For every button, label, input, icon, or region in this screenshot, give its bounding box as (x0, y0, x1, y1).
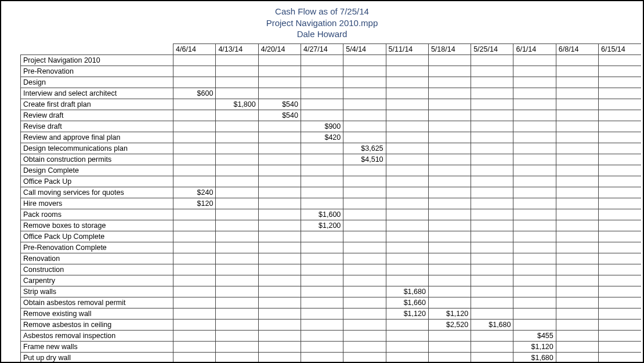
value-cell (216, 341, 258, 352)
value-cell (428, 99, 471, 110)
value-cell (513, 154, 556, 165)
value-cell (301, 154, 343, 165)
task-label: Remove existing wall (21, 308, 173, 319)
value-cell (258, 319, 301, 330)
value-cell (513, 176, 556, 187)
column-header: 5/25/14 (471, 43, 513, 55)
value-cell (556, 330, 598, 341)
task-label: Revise draft (21, 121, 173, 132)
value-cell (301, 308, 343, 319)
value-cell (428, 121, 471, 132)
value-cell (556, 143, 598, 154)
value-cell (428, 341, 471, 352)
value-cell (556, 187, 598, 198)
value-cell (216, 242, 258, 253)
value-cell (301, 242, 343, 253)
value-cell (301, 341, 343, 352)
value-cell (173, 297, 216, 308)
value-cell (173, 352, 216, 363)
value-cell (513, 187, 556, 198)
value-cell (343, 66, 386, 77)
value-cell (343, 55, 386, 66)
value-cell (599, 198, 641, 209)
value-cell (343, 330, 386, 341)
value-cell (471, 165, 513, 176)
value-cell: $900 (301, 121, 343, 132)
value-cell (599, 110, 641, 121)
table-row: Obtain construction permits$4,510 (21, 154, 642, 165)
value-cell (216, 319, 258, 330)
value-cell (556, 88, 598, 99)
value-cell (428, 154, 471, 165)
value-cell (301, 319, 343, 330)
value-cell (173, 66, 216, 77)
value-cell (258, 132, 301, 143)
value-cell (386, 154, 428, 165)
table-row: Frame new walls$1,120 (21, 341, 642, 352)
value-cell (428, 198, 471, 209)
column-header: 5/11/14 (386, 43, 428, 55)
value-cell (471, 275, 513, 286)
value-cell (428, 88, 471, 99)
value-cell (216, 110, 258, 121)
value-cell (513, 209, 556, 220)
value-cell (216, 352, 258, 363)
value-cell (599, 253, 641, 264)
value-cell (173, 154, 216, 165)
header-line-1: Cash Flow as of 7/25/14 (1, 6, 643, 17)
value-cell (556, 275, 598, 286)
table-row: Interview and select architect$600 (21, 88, 642, 99)
task-label: Review and approve final plan (21, 132, 173, 143)
header-line-2: Project Navigation 2010.mpp (1, 17, 643, 29)
value-cell (599, 275, 641, 286)
value-cell (428, 187, 471, 198)
value-cell (173, 242, 216, 253)
value-cell (513, 88, 556, 99)
value-cell (556, 297, 598, 308)
value-cell (343, 275, 386, 286)
value-cell (599, 66, 641, 77)
value-cell (173, 77, 216, 88)
value-cell (556, 209, 598, 220)
value-cell: $120 (173, 198, 216, 209)
task-label: Construction (21, 264, 173, 275)
value-cell (343, 220, 386, 231)
value-cell (428, 275, 471, 286)
value-cell (428, 77, 471, 88)
table-row: Remove boxes to storage$1,200 (21, 220, 642, 231)
value-cell (386, 253, 428, 264)
value-cell (471, 55, 513, 66)
value-cell (386, 176, 428, 187)
value-cell (343, 77, 386, 88)
table-row: Design Complete (21, 165, 642, 176)
page-frame: Cash Flow as of 7/25/14 Project Navigati… (0, 0, 644, 363)
task-label: Obtain asbestos removal permit (21, 297, 173, 308)
value-cell (343, 352, 386, 363)
column-header: 5/4/14 (343, 43, 386, 55)
value-cell (301, 55, 343, 66)
value-cell (258, 209, 301, 220)
value-cell (301, 110, 343, 121)
value-cell (258, 341, 301, 352)
value-cell (386, 209, 428, 220)
value-cell (471, 77, 513, 88)
value-cell (301, 66, 343, 77)
value-cell (599, 165, 641, 176)
value-cell (343, 297, 386, 308)
table-row: Revise draft$900 (21, 121, 642, 132)
value-cell (216, 187, 258, 198)
value-cell (386, 352, 428, 363)
value-cell (386, 165, 428, 176)
value-cell: $1,200 (301, 220, 343, 231)
value-cell (471, 66, 513, 77)
table-row: Hire movers$120 (21, 198, 642, 209)
value-cell (301, 352, 343, 363)
value-cell (216, 154, 258, 165)
value-cell (258, 231, 301, 242)
table-row: Construction (21, 264, 642, 275)
value-cell (301, 165, 343, 176)
value-cell (216, 165, 258, 176)
value-cell (556, 121, 598, 132)
value-cell (216, 308, 258, 319)
task-label: Design telecommunications plan (21, 143, 173, 154)
